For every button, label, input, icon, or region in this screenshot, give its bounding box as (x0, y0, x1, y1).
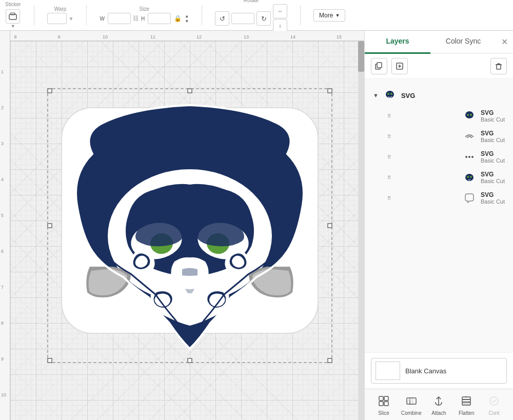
action-copy-btn[interactable] (371, 58, 387, 74)
svg-point-27 (465, 174, 473, 181)
ruler-mark-v-6: 6 (1, 249, 4, 254)
ruler-mark-9: 9 (57, 34, 60, 39)
layer-3-icon (462, 150, 477, 164)
rotate-input[interactable] (231, 13, 254, 24)
sticker-group: Sticker ▼ (5, 2, 21, 29)
layer-item-3[interactable]: ⠿ SVG Basic Cut (371, 147, 507, 167)
layer-2-text: SVG Basic Cut (481, 130, 505, 143)
layer-handle-3: ⠿ (387, 154, 391, 160)
panel-bottom-toolbar: Slice Combine (365, 389, 513, 420)
size-arrows: ▲ ▼ (185, 14, 189, 24)
layer-item-4[interactable]: ⠿ SVG Basic Cut (371, 167, 507, 188)
layer-handle-2: ⠿ (387, 134, 391, 139)
blank-canvas-label: Blank Canvas (405, 367, 446, 375)
rotate-ccw-btn[interactable]: ↺ (215, 11, 229, 26)
toolbar: Sticker ▼ Warp ▼ Size W ⛓ H 🔒 ▲ ▼ (0, 0, 513, 31)
handle-tr[interactable] (327, 88, 332, 93)
layer-1-svg-icon (464, 110, 475, 122)
size-down-arrow[interactable]: ▼ (185, 19, 189, 24)
size-group: Size W ⛓ H 🔒 ▲ ▼ (100, 6, 189, 24)
more-arrow-icon: ▼ (335, 13, 340, 18)
blank-canvas-section: Blank Canvas (365, 352, 513, 389)
ruler-mark-v-2: 2 (1, 105, 4, 110)
grid-canvas[interactable] (10, 41, 358, 420)
blank-canvas-btn[interactable]: Blank Canvas (371, 358, 507, 384)
handle-tl[interactable] (47, 88, 52, 93)
canvas-area[interactable]: 8 9 10 11 12 13 14 15 1 2 3 4 5 6 7 8 9 … (0, 31, 364, 420)
group-arrow-icon: ▼ (373, 92, 379, 98)
ruler-top: 8 9 10 11 12 13 14 15 (0, 31, 364, 41)
svg-point-25 (468, 156, 470, 158)
layer-item-1[interactable]: ⠿ SVG Basic Cut (371, 106, 507, 126)
scrollbar-thumb[interactable] (358, 41, 364, 72)
layer-4-icon (462, 170, 477, 185)
attach-btn[interactable]: Attach (427, 393, 450, 416)
rotate-label: Rotate (244, 0, 259, 3)
seahawk-image[interactable] (51, 92, 328, 359)
bird-group-icon (384, 90, 396, 101)
action-duplicate-btn[interactable] (391, 58, 408, 74)
svg-rect-31 (384, 396, 388, 401)
tab-layers[interactable]: Layers (365, 31, 430, 54)
warp-arrow: ▼ (69, 16, 74, 22)
slice-btn[interactable]: Slice (372, 393, 395, 416)
layer-group-header[interactable]: ▼ SVG (371, 85, 507, 106)
layer-handle-4: ⠿ (387, 175, 391, 181)
svg-point-19 (387, 93, 389, 95)
flatten-icon (459, 393, 474, 409)
group-icon (383, 88, 397, 103)
handle-tm[interactable] (187, 88, 192, 93)
svg-rect-32 (379, 402, 383, 406)
combine-icon (404, 393, 419, 409)
layer-handle-1: ⠿ (387, 113, 391, 119)
handle-br[interactable] (327, 358, 332, 363)
more-label: More (319, 12, 333, 19)
combine-btn[interactable]: Combine (400, 393, 423, 416)
width-input[interactable] (108, 13, 131, 24)
size-up-arrow[interactable]: ▲ (185, 14, 189, 18)
handle-mr[interactable] (327, 223, 332, 228)
layer-5-svg-icon (464, 192, 475, 204)
layer-item-2[interactable]: ⠿ SVG Basic Cut (371, 126, 507, 147)
layer-4-svg-icon (464, 172, 475, 183)
warp-group: Warp ▼ (47, 6, 74, 24)
handle-bm[interactable] (187, 358, 192, 363)
seahawk-svg (51, 92, 328, 359)
warp-input[interactable] (47, 13, 67, 24)
handle-bl[interactable] (47, 358, 52, 363)
flip-h-btn[interactable]: ↔ (273, 4, 287, 18)
height-input[interactable] (148, 13, 171, 24)
sticker-btn[interactable] (6, 9, 20, 24)
scrollbar-vertical[interactable] (358, 41, 364, 420)
main-layout: 8 9 10 11 12 13 14 15 1 2 3 4 5 6 7 8 9 … (0, 31, 513, 420)
size-label: Size (140, 6, 149, 12)
warp-input-row: ▼ (47, 13, 74, 24)
panel-close-btn[interactable]: ✕ (496, 31, 513, 53)
lock-icon: 🔒 (174, 15, 182, 22)
width-label: W (100, 16, 104, 22)
rotate-cw-btn[interactable]: ↻ (256, 11, 271, 26)
svg-point-23 (470, 114, 472, 116)
svg-point-28 (467, 176, 469, 178)
duplicate-icon (396, 62, 404, 70)
ruler-mark-v-9: 9 (1, 356, 4, 362)
layer-item-5[interactable]: ⠿ SVG Basic Cut (371, 188, 507, 208)
flatten-btn[interactable]: Flatten (455, 393, 478, 416)
more-button[interactable]: More ▼ (313, 9, 345, 22)
svg-point-22 (467, 114, 469, 116)
separator-1 (34, 5, 34, 26)
panel-tabs: Layers Color Sync ✕ (365, 31, 513, 54)
action-delete-btn[interactable] (490, 58, 507, 74)
ruler-mark-v-5: 5 (1, 213, 4, 218)
svg-point-29 (470, 176, 472, 178)
handle-ml[interactable] (47, 223, 52, 228)
svg-rect-33 (384, 402, 388, 406)
height-label: H (141, 16, 145, 22)
ruler-mark-14: 14 (290, 34, 295, 39)
cont-btn[interactable]: Cont (483, 393, 505, 416)
layer-1-text: SVG Basic Cut (481, 109, 505, 123)
ruler-mark-v-7: 7 (1, 285, 4, 290)
rotate-group: Rotate ↺ ↻ ↔ ↕ (215, 0, 287, 33)
tab-color-sync[interactable]: Color Sync (430, 31, 496, 54)
separator-3 (202, 5, 202, 26)
